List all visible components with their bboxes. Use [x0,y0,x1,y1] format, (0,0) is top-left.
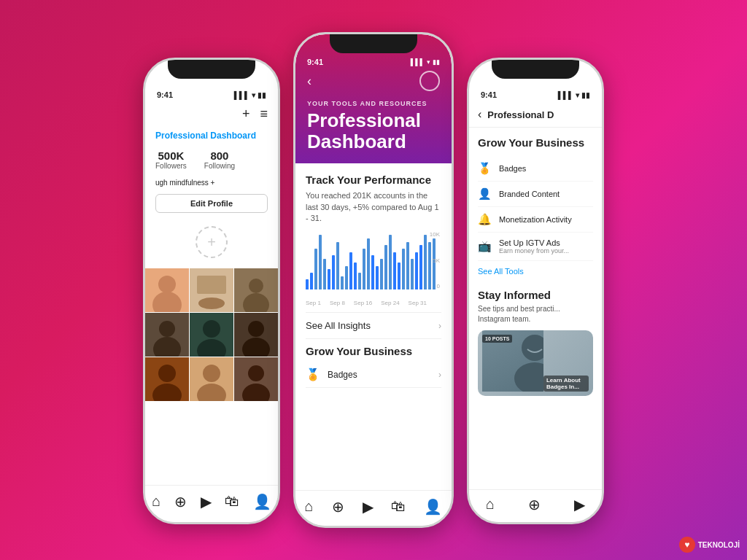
chart-bar-22 [402,249,405,289]
right-grow-title: Grow Your Business [478,136,593,149]
right-bottom-nav: ⌂ ⊕ ▶ [469,489,602,522]
right-badges-item[interactable]: 🏅 Badges [478,156,593,182]
grid-photo-1 [145,268,189,312]
chart-bar-19 [389,235,392,289]
track-title: Track Your Performance [306,174,441,186]
svg-point-13 [203,320,220,338]
badges-chevron: › [438,370,441,380]
following-label: Following [204,162,235,170]
center-bottom-nav: ⌂ ⊕ ▶ 🛍 👤 [295,490,452,526]
chart-bar-12 [358,273,361,289]
home-nav-icon[interactable]: ⌂ [152,493,160,510]
svg-point-5 [198,298,225,309]
status-icons-left: ▌▌▌ ▾ ▮▮ [234,91,266,99]
chart-bar-0 [306,279,309,289]
profile-nav-icon[interactable]: 👤 [253,493,271,510]
header-circle [419,71,440,91]
time-left: 9:41 [157,90,173,99]
profile-nav-center[interactable]: 👤 [424,498,442,516]
video-nav-icon[interactable]: ▶ [201,493,212,510]
badges-item[interactable]: 🏅 Badges › [306,362,441,388]
gradient-header: 9:41 ▌▌▌ ▾ ▮▮ ‹ YOUR TOOLS AND RESOURCES… [295,34,452,163]
svg-rect-4 [197,276,226,294]
see-all-insights-row[interactable]: See All Insights › [306,312,441,339]
right-content: Grow Your Business 🏅 Badges 👤 Branded Co… [469,128,602,508]
highlight-circle[interactable]: + [196,226,228,258]
stay-informed-title: Stay Informed [478,289,593,301]
watermark-heart: ♥ [679,537,695,553]
chart-bar-27 [424,235,427,289]
watermark: ♥ TEKNOLOJİ [679,537,740,553]
chart-bar-5 [328,269,330,289]
grid-photo-6 [234,313,278,357]
following-count: 800 [204,149,235,162]
posts-badge: 10 POSTS [482,335,512,343]
grid-photo-3 [234,268,278,312]
highlight-row: + [145,219,278,265]
bio-text: ugh mindfulness + [145,177,278,188]
edit-profile-button[interactable]: Edit Profile [155,194,268,213]
chart-bar-9 [345,266,348,290]
back-button-right[interactable]: ‹ [478,108,481,121]
stats-row: 500K Followers 800 Following [145,142,278,177]
chart-bar-11 [354,262,357,290]
shop-nav-center[interactable]: 🛍 [391,498,406,516]
right-branded-item[interactable]: 👤 Branded Content [478,182,593,207]
chart-bar-17 [380,259,383,289]
header-top-row: ‹ [307,71,440,91]
left-screen: 9:41 ▌▌▌ ▾ ▮▮ + ≡ Professional Dashboard… [145,60,278,522]
search-nav-icon[interactable]: ⊕ [174,493,187,510]
badges-label: Badges [328,370,431,380]
search-nav-right[interactable]: ⊕ [528,496,541,513]
chart-bar-13 [363,249,365,289]
center-screen: 9:41 ▌▌▌ ▾ ▮▮ ‹ YOUR TOOLS AND RESOURCES… [295,34,452,526]
left-phone: 9:41 ▌▌▌ ▾ ▮▮ + ≡ Professional Dashboard… [143,58,280,524]
grid-photo-9 [234,357,278,401]
status-icons-center: ▌▌▌ ▾ ▮▮ [411,58,440,66]
plus-icon[interactable]: + [242,106,250,122]
video-nav-right[interactable]: ▶ [574,496,585,513]
chart-bar-14 [367,238,370,289]
right-screen: 9:41 ▌▌▌ ▾ ▮▮ ‹ Professional D Grow Your… [469,60,602,522]
professional-dashboard-link[interactable]: Professional Dashboard [145,126,278,142]
svg-point-16 [248,321,264,337]
search-nav-center[interactable]: ⊕ [332,498,344,516]
chart-y-labels: 10K 5K 0 [430,231,441,289]
shop-nav-icon[interactable]: 🛍 [225,493,239,510]
right-branded-icon: 👤 [478,187,492,201]
right-branded-label: Branded Content [499,190,560,198]
chart-bar-6 [332,255,335,289]
right-badges-icon: 🏅 [478,162,492,175]
svg-point-10 [159,321,175,337]
chart-bar-3 [319,235,322,289]
see-all-insights-chevron: › [438,321,441,331]
chart-bar-24 [411,259,414,289]
svg-point-22 [203,365,220,382]
watermark-text: TEKNOLOJİ [698,541,740,549]
followers-count: 500K [155,149,187,162]
menu-icon[interactable]: ≡ [260,106,268,122]
back-button-center[interactable]: ‹ [307,74,311,89]
home-nav-center[interactable]: ⌂ [304,498,313,516]
info-card-image: 10 POSTS Learn About Badges In... [478,330,593,396]
right-igtv-item[interactable]: 📺 Set Up IGTV Ads Earn money from your..… [478,233,593,261]
chart-bars [306,231,441,289]
left-bottom-nav: ⌂ ⊕ ▶ 🛍 👤 [145,485,278,522]
grow-title: Grow Your Business [306,345,441,357]
see-all-tools-link[interactable]: See All Tools [478,261,593,281]
chart-bar-1 [310,273,313,289]
chart-bar-26 [419,245,422,289]
followers-label: Followers [155,162,187,170]
grid-photo-8 [190,357,233,401]
right-igtv-label: Set Up IGTV Ads [499,238,569,247]
right-monetization-icon: 🔔 [478,213,492,226]
see-all-insights-text: See All Insights [306,320,371,331]
dashboard-title: Professional Dashboard [307,110,440,152]
video-nav-center[interactable]: ▶ [363,498,374,516]
svg-point-7 [249,279,263,293]
track-desc: You reached 201K accounts in the last 30… [306,190,441,224]
performance-chart: 10K 5K 0 [306,231,441,297]
right-monetization-item[interactable]: 🔔 Monetization Activity [478,207,593,233]
grow-section: Grow Your Business 🏅 Badges › [306,345,441,388]
home-nav-right[interactable]: ⌂ [486,496,495,513]
